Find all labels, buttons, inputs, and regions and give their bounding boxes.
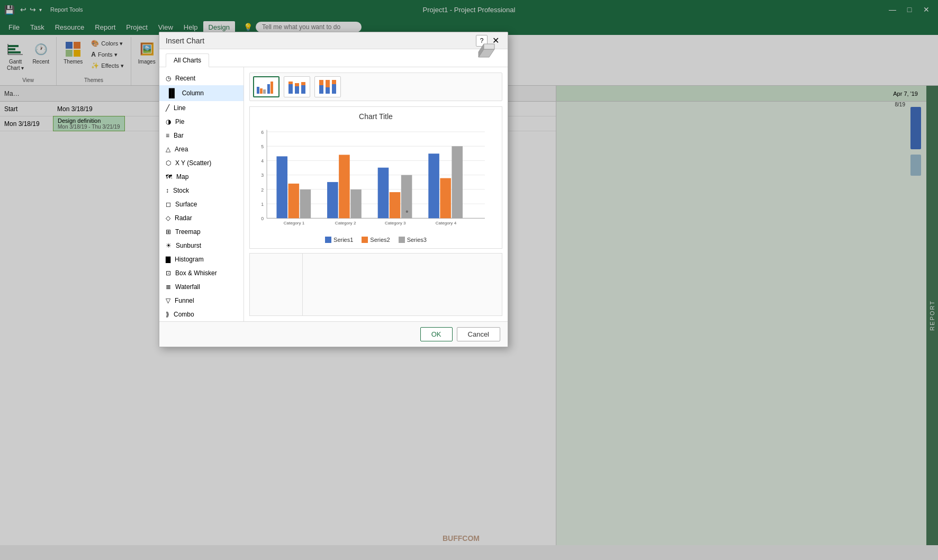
radar-chart-icon: ◇ [166, 214, 170, 222]
legend-series2-label: Series2 [370, 237, 390, 243]
tab-all-charts[interactable]: All Charts [166, 53, 209, 67]
bar-cat3-s2 [390, 192, 401, 218]
chart-options-right [303, 254, 502, 315]
combo-chart-label: Combo [174, 311, 194, 318]
chart-type-treemap[interactable]: ⊞ Treemap [159, 225, 243, 239]
recent-chart-icon: ◷ [166, 75, 171, 82]
bar-cat1-s3 [300, 189, 311, 218]
bar-cat2-s2 [339, 155, 350, 218]
mouse-cursor [406, 211, 408, 213]
svg-rect-48 [319, 80, 323, 85]
bar-cat2-s1 [327, 182, 338, 218]
chart-type-combo[interactable]: ⟫ Combo [159, 308, 243, 321]
chart-type-box[interactable]: ⊡ Box & Whisker [159, 266, 243, 280]
svg-rect-52 [332, 80, 336, 84]
chart-subtype-stacked[interactable] [284, 76, 310, 97]
funnel-chart-label: Funnel [175, 297, 194, 304]
chart-type-pie[interactable]: ◑ Pie [159, 115, 243, 129]
chart-type-scatter[interactable]: ⬡ X Y (Scatter) [159, 156, 243, 170]
svg-text:Category 3: Category 3 [385, 221, 406, 225]
svg-text:3: 3 [261, 173, 264, 178]
chart-type-recent[interactable]: ◷ Recent [159, 71, 243, 85]
chart-type-sunburst[interactable]: ☀ Sunburst [159, 239, 243, 252]
legend-series3-label: Series3 [407, 237, 427, 243]
svg-text:4: 4 [261, 158, 264, 164]
dialog-tabs: All Charts [159, 49, 508, 67]
map-chart-icon: 🗺 [166, 173, 172, 180]
cancel-button[interactable]: Cancel [457, 327, 500, 341]
bar-chart-label: Bar [174, 132, 184, 139]
dialog-footer: OK Cancel [159, 321, 508, 347]
svg-text:0: 0 [261, 216, 264, 221]
bar-cat1-s1 [276, 156, 287, 218]
svg-text:1: 1 [261, 202, 264, 207]
dialog-title-bar: Insert Chart ? ✕ [159, 32, 508, 49]
chart-options-left [250, 254, 303, 315]
scatter-chart-icon: ⬡ [166, 159, 171, 167]
treemap-chart-label: Treemap [175, 228, 201, 236]
chart-type-surface[interactable]: ◻ Surface [159, 197, 243, 211]
svg-text:6: 6 [261, 130, 264, 135]
chart-type-map[interactable]: 🗺 Map [159, 170, 243, 184]
waterfall-chart-label: Waterfall [175, 283, 200, 291]
bar-chart-icon: ≡ [166, 132, 169, 139]
svg-rect-46 [301, 82, 305, 85]
chart-subtype-100stacked[interactable] [314, 76, 341, 97]
bar-cat4-s1 [428, 153, 439, 218]
pie-chart-icon: ◑ [166, 118, 171, 125]
line-chart-icon: ╱ [166, 104, 169, 112]
svg-rect-40 [270, 82, 273, 94]
svg-rect-39 [267, 84, 270, 94]
radar-chart-label: Radar [175, 214, 192, 222]
chart-type-column[interactable]: ▐▌ Column [159, 85, 243, 101]
svg-rect-77 [362, 237, 368, 243]
chart-legend: Series1 Series2 Series3 [325, 237, 427, 243]
histogram-chart-label: Histogram [175, 256, 204, 263]
chart-type-line[interactable]: ╱ Line [159, 101, 243, 115]
histogram-chart-icon: ▇ [166, 256, 170, 263]
chart-type-radar[interactable]: ◇ Radar [159, 211, 243, 225]
chart-preview-area: Chart Title 6 5 4 [244, 67, 508, 321]
area-chart-label: Area [175, 146, 188, 153]
chart-type-list: ◷ Recent ▐▌ Column ╱ Line ◑ Pie ≡ Bar [159, 67, 244, 321]
sunburst-chart-label: Sunburst [176, 242, 201, 249]
line-chart-label: Line [174, 104, 186, 112]
chart-3d-icon [471, 39, 497, 67]
legend-series1-label: Series1 [333, 237, 353, 243]
chart-subtype-clustered[interactable] [253, 76, 279, 97]
chart-subtypes [249, 73, 502, 101]
svg-rect-78 [399, 237, 405, 243]
legend-series2-icon [362, 237, 368, 243]
dialog-title-text: Insert Chart [166, 37, 476, 45]
bar-cat1-s2 [288, 184, 300, 218]
insert-chart-dialog: Insert Chart ? ✕ All Charts ◷ Recent ▐▌ … [159, 32, 508, 347]
legend-item-series3: Series3 [399, 237, 427, 243]
dialog-overlay[interactable]: Insert Chart ? ✕ All Charts ◷ Recent ▐▌ … [0, 0, 938, 560]
stock-chart-label: Stock [173, 187, 189, 194]
chart-type-bar[interactable]: ≡ Bar [159, 129, 243, 142]
sunburst-chart-icon: ☀ [166, 242, 172, 249]
bar-cat4-s3 [452, 146, 463, 218]
stock-chart-icon: ↕ [166, 187, 169, 194]
chart-type-waterfall[interactable]: ≣ Waterfall [159, 280, 243, 294]
legend-item-series2: Series2 [362, 237, 390, 243]
recent-chart-label: Recent [175, 75, 195, 82]
chart-preview: Chart Title 6 5 4 [249, 106, 502, 249]
svg-text:Category 4: Category 4 [436, 221, 457, 225]
chart-type-histogram[interactable]: ▇ Histogram [159, 252, 243, 266]
chart-type-area[interactable]: △ Area [159, 142, 243, 156]
svg-rect-42 [288, 82, 293, 84]
box-chart-icon: ⊡ [166, 269, 171, 277]
combo-chart-icon: ⟫ [166, 311, 169, 318]
chart-type-stock[interactable]: ↕ Stock [159, 184, 243, 197]
ok-button[interactable]: OK [420, 327, 453, 341]
chart-type-funnel[interactable]: ▽ Funnel [159, 294, 243, 308]
bar-cat3-s1 [378, 168, 389, 219]
surface-chart-label: Surface [175, 201, 197, 208]
pie-chart-label: Pie [175, 118, 184, 125]
svg-text:Category 2: Category 2 [335, 221, 356, 225]
chart-svg: 6 5 4 3 2 [255, 125, 497, 232]
column-chart-label: Column [182, 89, 204, 97]
svg-text:2: 2 [261, 187, 264, 193]
waterfall-chart-icon: ≣ [166, 283, 171, 291]
